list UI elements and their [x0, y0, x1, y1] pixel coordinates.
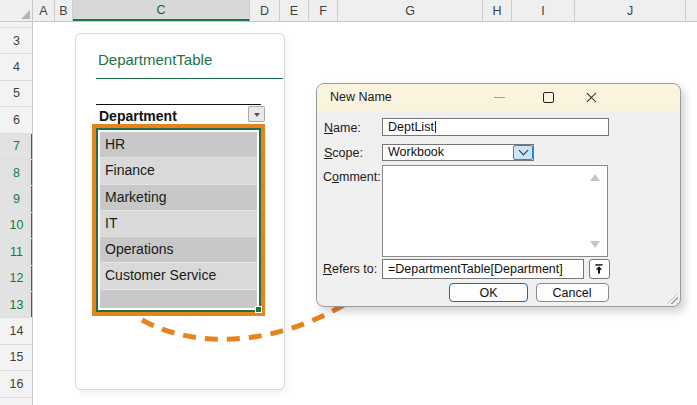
scroll-up-icon[interactable] — [590, 174, 600, 181]
scope-label: Scope: — [324, 146, 363, 160]
row-header-9[interactable]: 9 — [0, 186, 33, 212]
table-selection: HRFinanceMarketingITOperationsCustomer S… — [92, 124, 265, 316]
column-header-A[interactable]: A — [33, 0, 55, 21]
table-name-label: DepartmentTable — [98, 51, 212, 68]
row-header-7[interactable]: 7 — [0, 134, 33, 160]
column-header-C[interactable]: C — [73, 0, 250, 21]
column-header-D[interactable]: D — [250, 0, 280, 21]
table-row-hr[interactable]: HR — [100, 132, 257, 158]
text-caret — [435, 121, 436, 133]
minimize-button[interactable] — [484, 84, 514, 111]
row-header-10[interactable]: 10 — [0, 213, 33, 239]
refers-to-label: Refers to: — [323, 262, 377, 276]
table-row-customer-service[interactable]: Customer Service — [100, 263, 257, 289]
select-all-triangle-icon — [21, 10, 30, 19]
comment-label: Comment: — [323, 170, 381, 184]
new-name-dialog: New Name Name: DeptList Scope: Workbook … — [316, 83, 681, 307]
row-header-17[interactable]: 17 — [0, 398, 33, 405]
dialog-title: New Name — [330, 90, 392, 104]
table-row-marketing[interactable]: Marketing — [100, 185, 257, 211]
filter-dropdown-button[interactable] — [248, 106, 265, 122]
scope-dropdown-button[interactable] — [513, 145, 533, 161]
row-header-14[interactable]: 14 — [0, 318, 33, 344]
row-header-16[interactable]: 16 — [0, 371, 33, 397]
name-input[interactable]: DeptList — [382, 118, 609, 136]
resize-grip[interactable] — [667, 293, 678, 304]
table-column-header: Department — [99, 108, 177, 124]
table-name-underline — [96, 78, 283, 79]
scroll-down-icon[interactable] — [590, 241, 600, 248]
collapse-dialog-button[interactable] — [589, 259, 610, 279]
row-header-13[interactable]: 13 — [0, 292, 33, 318]
row-header-3[interactable]: 3 — [0, 28, 33, 54]
collapse-arrow-icon — [593, 263, 605, 275]
column-header-E[interactable]: E — [280, 0, 309, 21]
row-header-4[interactable]: 4 — [0, 54, 33, 80]
refers-to-input[interactable]: =DepartmentTable[Department] — [382, 259, 584, 279]
close-icon — [585, 91, 598, 104]
maximize-icon — [543, 92, 554, 103]
column-header-bar: ABCDEFGHIJ — [0, 0, 697, 22]
scope-value: Workbook — [388, 145, 444, 159]
excel-window: ABCDEFGHIJ 234567891011121314151617 Depa… — [0, 0, 697, 405]
row-header-15[interactable]: 15 — [0, 345, 33, 371]
row-header-5[interactable]: 5 — [0, 81, 33, 107]
column-header-F[interactable]: F — [309, 0, 338, 21]
column-header-I[interactable]: I — [512, 0, 575, 21]
column-header-J[interactable]: J — [575, 0, 686, 21]
table-row-finance[interactable]: Finance — [100, 158, 257, 184]
fill-handle[interactable] — [255, 306, 262, 313]
table-rows: HRFinanceMarketingITOperationsCustomer S… — [100, 132, 257, 308]
selection-border: HRFinanceMarketingITOperationsCustomer S… — [96, 128, 261, 312]
minimize-icon — [494, 97, 505, 99]
row-header-12[interactable]: 12 — [0, 266, 33, 292]
dialog-titlebar[interactable]: New Name — [317, 84, 680, 111]
ok-button[interactable]: OK — [449, 283, 528, 302]
column-header-B[interactable]: B — [55, 0, 73, 21]
close-button[interactable] — [576, 84, 606, 111]
table-row-operations[interactable]: Operations — [100, 237, 257, 263]
scope-dropdown[interactable]: Workbook — [382, 144, 534, 162]
filter-arrow-icon — [254, 113, 260, 120]
column-header-H[interactable]: H — [483, 0, 512, 21]
name-value: DeptList — [388, 120, 434, 134]
column-header-G[interactable]: G — [338, 0, 483, 21]
row-header-bar: 234567891011121314151617 — [0, 22, 33, 405]
comment-input[interactable] — [382, 165, 608, 257]
chevron-down-icon — [518, 146, 528, 156]
table-row-empty[interactable] — [100, 290, 257, 308]
row-header-6[interactable]: 6 — [0, 107, 33, 133]
table-row-it[interactable]: IT — [100, 211, 257, 237]
refers-to-value: =DepartmentTable[Department] — [388, 262, 563, 276]
name-label: Name: — [324, 121, 361, 135]
cancel-button[interactable]: Cancel — [536, 283, 609, 302]
row-header-11[interactable]: 11 — [0, 239, 33, 265]
maximize-button[interactable] — [533, 84, 563, 111]
select-all-corner[interactable] — [0, 0, 33, 22]
row-header-8[interactable]: 8 — [0, 160, 33, 186]
table-top-border — [96, 104, 261, 105]
